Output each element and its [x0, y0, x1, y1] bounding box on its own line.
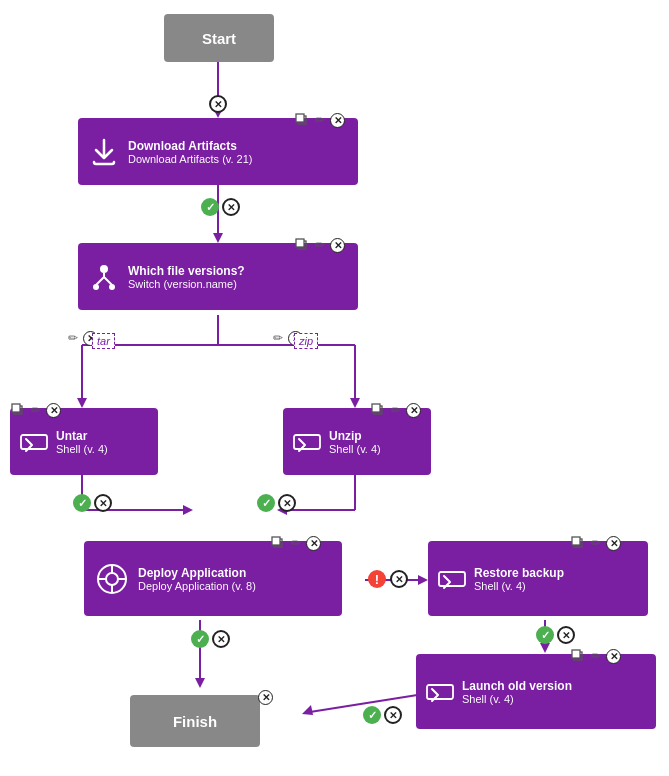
deploy-line2: Deploy Application (v. 8) — [138, 580, 256, 592]
deploy-to-finish-check[interactable]: ✓ — [191, 630, 209, 648]
download-edit-btn[interactable]: ✏ — [312, 112, 328, 128]
svg-point-33 — [109, 284, 115, 290]
launch-line2: Shell (v. 4) — [462, 693, 572, 705]
deploy-copy-btn[interactable] — [270, 535, 286, 551]
zip-label: zip — [294, 333, 318, 349]
deploy-to-finish-x[interactable]: ✕ — [212, 630, 230, 648]
restore-to-launch-check[interactable]: ✓ — [536, 626, 554, 644]
switch-delete-btn[interactable]: ✕ — [330, 238, 345, 253]
restore-to-launch-x[interactable]: ✕ — [557, 626, 575, 644]
launch-icon — [426, 681, 454, 703]
launch-text: Launch old version Shell (v. 4) — [462, 679, 572, 705]
launch-edit-btn[interactable]: ✏ — [588, 648, 604, 664]
download-copy-btn[interactable] — [294, 112, 310, 128]
restore-edit-btn[interactable]: ✏ — [588, 535, 604, 551]
untar-to-deploy-check[interactable]: ✓ — [73, 494, 91, 512]
unzip-icon — [293, 431, 321, 453]
svg-marker-14 — [183, 505, 193, 515]
switch-node: Which file versions? Switch (version.nam… — [78, 243, 358, 310]
start-to-download-x[interactable]: ✕ — [209, 95, 227, 113]
svg-line-30 — [96, 277, 104, 285]
launch-line1: Launch old version — [462, 679, 572, 693]
finish-label: Finish — [173, 713, 217, 730]
svg-rect-36 — [21, 435, 47, 449]
download-delete-btn[interactable]: ✕ — [330, 113, 345, 128]
untar-delete-btn[interactable]: ✕ — [46, 403, 61, 418]
restore-node: Restore backup Shell (v. 4) — [428, 541, 648, 616]
launch-delete-btn[interactable]: ✕ — [606, 649, 621, 664]
restore-line2: Shell (v. 4) — [474, 580, 564, 592]
launch-copy-btn[interactable] — [570, 648, 586, 664]
restore-text: Restore backup Shell (v. 4) — [474, 566, 564, 592]
tar-branch-edit-btn[interactable]: ✏ — [65, 330, 81, 346]
launch-to-finish-check[interactable]: ✓ — [363, 706, 381, 724]
deploy-text: Deploy Application Deploy Application (v… — [138, 566, 256, 592]
unzip-delete-btn[interactable]: ✕ — [406, 403, 421, 418]
start-node: Start — [164, 14, 274, 62]
finish-delete-btn[interactable]: ✕ — [258, 690, 273, 705]
untar-to-deploy-x[interactable]: ✕ — [94, 494, 112, 512]
deploy-node: Deploy Application Deploy Application (v… — [84, 541, 342, 616]
zip-label-text: zip — [299, 335, 313, 347]
svg-marker-25 — [302, 705, 313, 715]
launch-to-finish-x[interactable]: ✕ — [384, 706, 402, 724]
start-label: Start — [202, 30, 236, 47]
finish-node: Finish — [130, 695, 260, 747]
switch-line2: Switch (version.name) — [128, 278, 245, 290]
download-icon — [88, 136, 120, 168]
svg-point-32 — [93, 284, 99, 290]
svg-rect-38 — [12, 404, 20, 412]
restore-copy-btn[interactable] — [570, 535, 586, 551]
restore-controls: ✏ ✕ — [570, 535, 621, 551]
deploy-controls: ✏ ✕ — [270, 535, 321, 551]
deploy-delete-btn[interactable]: ✕ — [306, 536, 321, 551]
untar-edit-btn[interactable]: ✏ — [28, 402, 44, 418]
zip-branch-edit-btn[interactable]: ✏ — [270, 330, 286, 346]
unzip-text: Unzip Shell (v. 4) — [329, 429, 381, 455]
svg-rect-41 — [372, 404, 380, 412]
untar-line1: Untar — [56, 429, 108, 443]
unzip-to-deploy-x[interactable]: ✕ — [278, 494, 296, 512]
restore-icon — [438, 568, 466, 590]
unzip-copy-btn[interactable] — [370, 402, 386, 418]
deploy-line1: Deploy Application — [138, 566, 256, 580]
unzip-edit-btn[interactable]: ✏ — [388, 402, 404, 418]
switch-controls: ✏ ✕ — [294, 237, 345, 253]
download-text: Download Artifacts Download Artifacts (v… — [128, 139, 253, 165]
unzip-to-deploy-check[interactable]: ✓ — [257, 494, 275, 512]
switch-icon — [88, 261, 120, 293]
untar-node: Untar Shell (v. 4) — [10, 408, 158, 475]
unzip-node: Unzip Shell (v. 4) — [283, 408, 431, 475]
tar-label-text: tar — [97, 335, 110, 347]
svg-rect-27 — [296, 114, 304, 122]
download-to-switch-check[interactable]: ✓ — [201, 198, 219, 216]
deploy-error-icon: ! — [368, 570, 386, 588]
unzip-line1: Unzip — [329, 429, 381, 443]
svg-point-28 — [100, 265, 108, 273]
launch-node: Launch old version Shell (v. 4) — [416, 654, 656, 729]
untar-controls: ✏ ✕ — [10, 402, 61, 418]
flow-diagram: Start ✕ Download Artifacts Download Arti… — [0, 0, 669, 776]
switch-copy-btn[interactable] — [294, 237, 310, 253]
svg-rect-35 — [296, 239, 304, 247]
untar-line2: Shell (v. 4) — [56, 443, 108, 455]
svg-rect-52 — [572, 537, 580, 545]
switch-edit-btn[interactable]: ✏ — [312, 237, 328, 253]
svg-marker-11 — [350, 398, 360, 408]
svg-marker-19 — [195, 678, 205, 688]
svg-marker-3 — [213, 233, 223, 243]
untar-text: Untar Shell (v. 4) — [56, 429, 108, 455]
download-to-switch-x[interactable]: ✕ — [222, 198, 240, 216]
restore-delete-btn[interactable]: ✕ — [606, 536, 621, 551]
tar-label: tar — [92, 333, 115, 349]
untar-copy-btn[interactable] — [10, 402, 26, 418]
unzip-line2: Shell (v. 4) — [329, 443, 381, 455]
download-controls: ✏ ✕ — [294, 112, 345, 128]
deploy-icon — [94, 561, 130, 597]
svg-rect-53 — [427, 685, 453, 699]
deploy-edit-btn[interactable]: ✏ — [288, 535, 304, 551]
switch-text: Which file versions? Switch (version.nam… — [128, 264, 245, 290]
launch-controls: ✏ ✕ — [570, 648, 621, 664]
download-line2: Download Artifacts (v. 21) — [128, 153, 253, 165]
deploy-error-x[interactable]: ✕ — [390, 570, 408, 588]
